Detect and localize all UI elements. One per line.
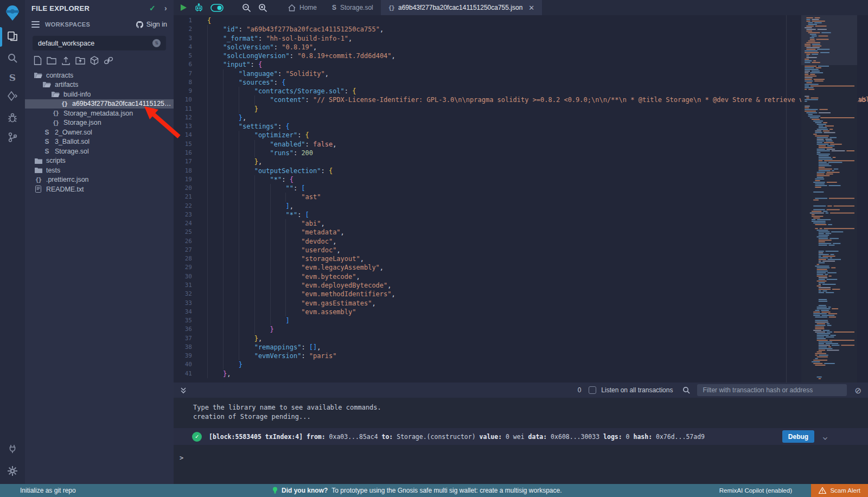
editor-line[interactable]: 26"devdoc", xyxy=(174,237,868,246)
editor-line[interactable]: 21"ast" xyxy=(174,193,868,201)
terminal-prompt[interactable]: > xyxy=(174,454,868,462)
run-script-icon[interactable] xyxy=(180,4,187,11)
folder-open-icon xyxy=(51,91,60,98)
editor-line[interactable]: 5"solcLongVersion": "0.8.19+commit.7dd6d… xyxy=(174,52,868,60)
editor-line[interactable]: 2"id": "a69b43f277ba20fcac141151250ca755… xyxy=(174,25,868,34)
minimap[interactable] xyxy=(801,15,857,383)
listen-checkbox[interactable] xyxy=(589,386,596,394)
deploy-run-icon[interactable] xyxy=(0,90,25,103)
tree-item[interactable]: scripts xyxy=(25,156,174,166)
source-control-icon[interactable] xyxy=(0,131,25,144)
tree-item[interactable]: build-info xyxy=(25,90,174,99)
tree-item[interactable]: contracts xyxy=(25,71,174,80)
code-editor[interactable]: 1{2"id": "a69b43f277ba20fcac141151250ca7… xyxy=(174,15,868,383)
terminal-body[interactable]: Type the library name to see available c… xyxy=(174,398,868,484)
editor-line[interactable]: 31"evm.deployedBytecode", xyxy=(174,281,868,290)
editor-line[interactable]: 18"outputSelection": { xyxy=(174,167,868,175)
editor-line[interactable]: 7"language": "Solidity", xyxy=(174,69,868,78)
editor-line[interactable]: 25"metadata", xyxy=(174,228,868,237)
new-file-icon[interactable] xyxy=(34,56,42,65)
close-tab-icon[interactable]: ✕ xyxy=(528,4,534,12)
editor-line[interactable]: 13"settings": { xyxy=(174,122,868,131)
file-explorer-icon[interactable] xyxy=(0,30,25,43)
editor-line[interactable]: 34"evm.assembly" xyxy=(174,308,868,316)
clear-terminal-icon[interactable]: ⊘ xyxy=(854,386,861,394)
tx-expand-icon[interactable]: ⌄ xyxy=(822,432,828,441)
editor-line[interactable]: 19"*": { xyxy=(174,175,868,184)
editor-line[interactable]: 33"evm.gasEstimates", xyxy=(174,299,868,308)
editor-line[interactable]: 16"runs": 200 xyxy=(174,149,868,157)
editor-line[interactable]: 15"enabled": false, xyxy=(174,140,868,149)
editor-line[interactable]: 27"userdoc", xyxy=(174,246,868,254)
solidity-compiler-icon[interactable]: S xyxy=(0,71,25,84)
transaction-log-row[interactable]: ✓ [block:5583405 txIndex:4] from: 0xa03.… xyxy=(174,428,868,445)
copilot-status[interactable]: RemixAI Copilot (enabled) xyxy=(719,487,792,494)
editor-line[interactable]: 39"evmVersion": "paris" xyxy=(174,352,868,360)
editor-line[interactable]: 35] xyxy=(174,316,868,325)
editor-line[interactable]: 1{ xyxy=(174,16,868,25)
scam-alert-badge[interactable]: Scam Alert xyxy=(811,484,868,497)
tree-item-label: Storage.sol xyxy=(55,148,89,155)
tree-item[interactable]: README.txt xyxy=(25,184,174,194)
editor-line[interactable]: 29"evm.legacyAssembly", xyxy=(174,263,868,272)
editor-line[interactable]: 20"": [ xyxy=(174,184,868,193)
editor-line[interactable]: 40} xyxy=(174,360,868,369)
editor-line[interactable]: 8"sources": { xyxy=(174,78,868,87)
tree-item[interactable]: S2_Owner.sol xyxy=(25,128,174,137)
editor-line[interactable]: 12}, xyxy=(174,113,868,122)
editor-line[interactable]: 9"contracts/Storage.sol": { xyxy=(174,87,868,95)
chevron-right-icon[interactable]: › xyxy=(164,4,167,12)
zoom-in-icon[interactable] xyxy=(258,3,267,12)
github-sign-in-button[interactable]: Sign in xyxy=(136,21,167,28)
workspace-menu-icon[interactable] xyxy=(31,20,40,29)
transaction-filter-input[interactable] xyxy=(697,384,847,396)
editor-line[interactable]: 4"solcVersion": "0.8.19", xyxy=(174,43,868,52)
editor-line[interactable]: 32"evm.methodIdentifiers", xyxy=(174,290,868,298)
zoom-out-icon[interactable] xyxy=(242,3,251,12)
settings-icon[interactable] xyxy=(0,464,25,477)
tree-item[interactable]: S3_Ballot.sol xyxy=(25,137,174,147)
tree-item[interactable]: {}a69b43f277ba20fcac141151250ca7... xyxy=(25,99,174,109)
editor-line[interactable]: 6"input": { xyxy=(174,60,868,69)
editor-line[interactable]: 14"optimizer": { xyxy=(174,131,868,139)
ai-toggle-icon[interactable] xyxy=(210,4,224,12)
tree-item[interactable]: {}.prettierrc.json xyxy=(25,175,174,185)
editor-line[interactable]: 30"evm.bytecode", xyxy=(174,272,868,281)
tree-item[interactable]: tests xyxy=(25,165,174,175)
tree-item[interactable]: SStorage.sol xyxy=(25,146,174,156)
editor-line[interactable]: 23"*": [ xyxy=(174,211,868,219)
tab-storage-sol[interactable]: SStorage.sol xyxy=(324,0,381,15)
workspace-select[interactable]: default_workspace ⇅ xyxy=(33,36,166,50)
editor-line[interactable]: 24"abi", xyxy=(174,219,868,228)
git-init-button[interactable]: Initialize as git repo xyxy=(0,487,76,494)
search-icon[interactable] xyxy=(0,52,25,65)
load-ipfs-icon[interactable] xyxy=(90,56,99,65)
plugin-manager-icon[interactable] xyxy=(0,442,25,455)
load-url-icon[interactable] xyxy=(104,56,113,65)
tree-item[interactable]: {}Storage_metadata.json xyxy=(25,109,174,118)
editor-line[interactable]: 10"content": "// SPDX-License-Identifier… xyxy=(174,95,868,104)
editor-line[interactable]: 41}, xyxy=(174,369,868,378)
listen-label[interactable]: Listen on all transactions xyxy=(601,386,673,394)
remix-logo-icon[interactable] xyxy=(0,4,25,22)
upload-file-icon[interactable] xyxy=(61,56,71,65)
editor-line[interactable]: 11} xyxy=(174,105,868,113)
debug-button[interactable]: Debug xyxy=(782,430,814,443)
editor-line[interactable]: 3"_format": "hh-sol-build-info-1", xyxy=(174,34,868,43)
new-folder-icon[interactable] xyxy=(47,56,56,65)
editor-line[interactable]: 37}, xyxy=(174,334,868,343)
editor-line[interactable]: 28"storageLayout", xyxy=(174,254,868,263)
editor-line[interactable]: 22], xyxy=(174,202,868,211)
editor-line[interactable]: 38"remappings": [], xyxy=(174,343,868,352)
ai-robot-icon[interactable] xyxy=(194,3,203,12)
tree-item[interactable]: artifacts xyxy=(25,80,174,90)
editor-line[interactable]: 36} xyxy=(174,325,868,334)
upload-folder-icon[interactable] xyxy=(75,56,85,65)
tab-a69b43f277ba20fcac141151250ca755-json[interactable]: {}a69b43f277ba20fcac141151250ca755.json✕ xyxy=(381,0,542,15)
terminal-collapse-icon[interactable] xyxy=(180,387,187,394)
debugger-icon[interactable] xyxy=(0,111,25,124)
editor-line[interactable]: 17}, xyxy=(174,157,868,166)
terminal-search-icon[interactable] xyxy=(682,386,690,394)
tree-item[interactable]: {}Storage.json xyxy=(25,118,174,128)
tab-home[interactable]: Home xyxy=(280,0,324,15)
